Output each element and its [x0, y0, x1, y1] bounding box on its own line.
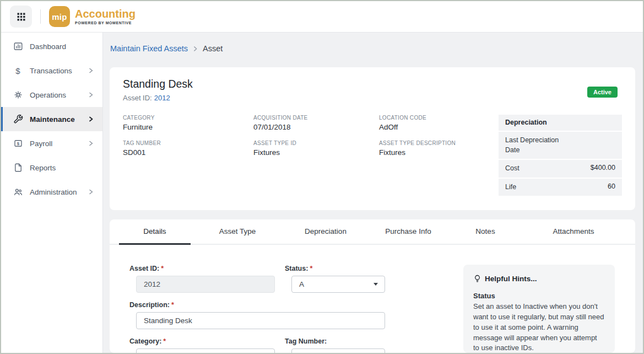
summary-label: CATEGORY	[123, 115, 253, 121]
sidebar-item-maintenance[interactable]: Maintenance	[1, 107, 102, 131]
asset-id-input[interactable]	[136, 276, 275, 293]
summary-value: Furniture	[123, 123, 253, 131]
users-icon	[13, 187, 23, 197]
payroll-icon: $	[13, 138, 23, 149]
gear-icon	[13, 90, 23, 100]
chevron-right-icon	[88, 141, 94, 146]
page-title: Standing Desk	[123, 78, 193, 90]
breadcrumb-link-maintain-fixed-assets[interactable]: Maintain Fixed Assets	[110, 44, 188, 53]
asset-id-line: Asset ID:2012	[123, 94, 193, 102]
hint-heading-status: Status	[473, 292, 605, 300]
required-marker: *	[310, 265, 312, 272]
tab-depreciation[interactable]: Depreciation	[284, 219, 367, 244]
tab-bar: Details Asset Type Depreciation Purchase…	[110, 219, 635, 245]
summary-label: TAG NUMBER	[123, 140, 253, 146]
sidebar-item-label: Operations	[30, 91, 88, 99]
main-content: Maintain Fixed Assets Asset Standing Des…	[103, 33, 643, 353]
chevron-right-icon	[88, 116, 94, 122]
tag-number-input[interactable]	[291, 348, 385, 353]
depreciation-row-life: Life 60	[499, 179, 622, 196]
description-field-label: Description:*	[129, 301, 385, 309]
sidebar-item-label: Transactions	[30, 67, 88, 75]
required-marker: *	[161, 265, 164, 272]
field-label-text: Description:	[129, 301, 170, 309]
depreciation-row-label: Last Depreciation Date	[505, 136, 570, 155]
sidebar-item-dashboard[interactable]: Dashboard	[1, 34, 102, 58]
mip-logo: mip	[49, 6, 70, 27]
brand: mip Accounting POWERED BY MOMENTIVE	[49, 6, 136, 27]
asset-id-link[interactable]: 2012	[154, 94, 170, 102]
status-select[interactable]: A	[291, 276, 385, 293]
summary-field-tag-number: TAG NUMBER SD001	[123, 140, 253, 157]
grid-icon	[17, 12, 26, 22]
sidebar-item-label: Payroll	[30, 140, 88, 148]
sidebar-item-label: Dashboard	[30, 42, 94, 51]
app-launcher-button[interactable]	[10, 6, 32, 28]
depreciation-row-label: Life	[505, 183, 516, 192]
topbar-divider	[40, 9, 41, 24]
category-field-label: Category:*	[129, 337, 275, 345]
summary-label: LOCATION CODE	[379, 115, 499, 121]
depreciation-row-value: $400.00	[591, 164, 615, 171]
tab-attachments[interactable]: Attachments	[521, 219, 626, 244]
breadcrumb-current: Asset	[203, 44, 223, 53]
asset-id-label: Asset ID:	[123, 94, 152, 102]
sidebar-item-label: Administration	[30, 188, 88, 196]
sidebar-item-payroll[interactable]: $ Payroll	[1, 131, 102, 155]
depreciation-row-value: 60	[608, 183, 615, 190]
summary-label: ASSET TYPE ID	[253, 140, 379, 146]
depreciation-panel-header: Depreciation	[499, 115, 622, 131]
sidebar-item-reports[interactable]: Reports	[1, 155, 102, 180]
sidebar-item-label: Maintenance	[30, 115, 88, 124]
chevron-down-icon	[374, 283, 378, 286]
tag-number-field-label: Tag Number:	[285, 337, 385, 345]
sidebar-item-operations[interactable]: Operations	[1, 83, 102, 107]
wrench-icon	[13, 114, 23, 125]
field-label-text: Tag Number:	[285, 337, 327, 345]
status-select-value: A	[299, 280, 304, 288]
sidebar-item-administration[interactable]: Administration	[1, 180, 102, 204]
brand-tagline: POWERED BY MOMENTIVE	[75, 21, 136, 25]
summary-field-asset-type-id: ASSET TYPE ID Fixtures	[253, 140, 379, 157]
tab-notes[interactable]: Notes	[450, 219, 521, 244]
dollar-icon	[13, 66, 23, 76]
chevron-right-icon	[88, 68, 94, 73]
status-field-label: Status:*	[285, 265, 385, 272]
depreciation-panel-title: Depreciation	[505, 119, 547, 126]
summary-value: 07/01/2018	[253, 123, 379, 131]
lightbulb-icon	[473, 274, 481, 283]
asset-header-card: Standing Desk Asset ID:2012 Active CATEG…	[110, 67, 635, 210]
category-select[interactable]: Furniture	[136, 348, 275, 353]
status-badge: Active	[587, 87, 618, 98]
helpful-hints-panel: Helpful Hints... Status Set an asset to …	[463, 265, 615, 353]
chevron-right-icon	[88, 189, 94, 195]
tab-asset-type[interactable]: Asset Type	[191, 219, 284, 244]
required-marker: *	[171, 301, 174, 309]
field-label-text: Status:	[285, 265, 308, 272]
depreciation-row-cost: Cost $400.00	[499, 160, 622, 178]
sidebar-item-transactions[interactable]: Transactions	[1, 58, 102, 83]
brand-name: Accounting	[75, 8, 136, 19]
summary-value: AdOff	[379, 123, 499, 131]
chevron-right-icon	[88, 92, 94, 98]
app-window: mip Accounting POWERED BY MOMENTIVE Dash…	[0, 0, 644, 354]
summary-field-asset-type-description: ASSET TYPE DESCRIPTION Fixtures	[379, 140, 499, 157]
summary-label: ASSET TYPE DESCRIPTION	[379, 140, 499, 146]
svg-text:$: $	[17, 141, 19, 146]
field-label-text: Category:	[129, 337, 161, 345]
description-input[interactable]	[136, 312, 385, 329]
tab-purchase-info[interactable]: Purchase Info	[367, 219, 450, 244]
dashboard-icon	[13, 41, 23, 52]
sidebar-item-label: Reports	[30, 164, 94, 172]
hints-title-text: Helpful Hints...	[485, 275, 537, 283]
asset-details-card: Details Asset Type Depreciation Purchase…	[110, 219, 635, 353]
summary-field-acquisition-date: ACQUISITION DATE 07/01/2018	[253, 115, 379, 131]
summary-value: Fixtures	[253, 148, 379, 157]
summary-label: ACQUISITION DATE	[253, 115, 379, 121]
summary-field-category: CATEGORY Furniture	[123, 115, 253, 131]
summary-value: SD001	[123, 148, 253, 157]
document-icon	[13, 163, 23, 173]
sidebar: Dashboard Transactions Operations	[1, 33, 103, 353]
field-label-text: Asset ID:	[129, 265, 159, 272]
tab-details[interactable]: Details	[119, 219, 191, 244]
